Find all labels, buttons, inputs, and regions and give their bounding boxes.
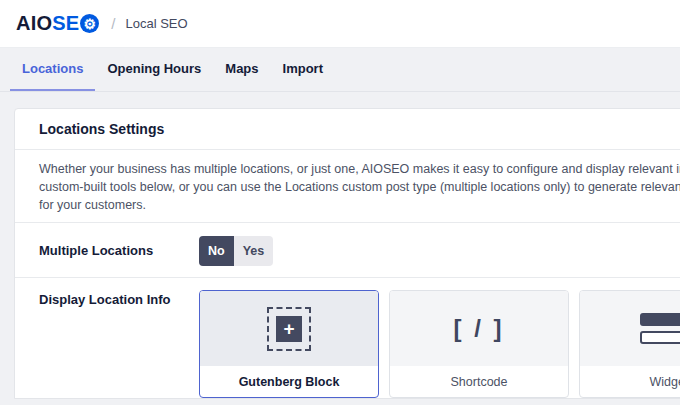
plus-icon: +	[276, 316, 302, 342]
card-icon-area: +	[200, 291, 378, 366]
card-label: Shortcode	[390, 366, 568, 397]
display-option-cards: + Gutenberg Block [ / ] Shortcode	[199, 290, 680, 398]
shortcode-icon: [ / ]	[454, 315, 505, 343]
tab-import[interactable]: Import	[271, 48, 335, 91]
gutenberg-block-icon: +	[267, 307, 311, 351]
tab-opening-hours[interactable]: Opening Hours	[95, 48, 213, 91]
logo-text-se: SE	[52, 12, 79, 35]
breadcrumb: Local SEO	[125, 16, 187, 31]
toggle-yes-button[interactable]: Yes	[234, 236, 274, 266]
description-line: Whether your business has multiple locat…	[39, 160, 680, 178]
card-label: Gutenberg Block	[200, 366, 378, 397]
card-icon-area: [ / ]	[390, 291, 568, 366]
panel-title: Locations Settings	[15, 109, 680, 150]
logo-text-aio: AIO	[16, 12, 52, 35]
aioseo-logo[interactable]: AIOSE⚙	[16, 12, 99, 35]
locations-settings-panel: Locations Settings Whether your business…	[14, 108, 680, 399]
tab-locations[interactable]: Locations	[10, 48, 95, 91]
tab-maps[interactable]: Maps	[213, 48, 270, 91]
widget-icon	[640, 313, 680, 344]
breadcrumb-separator: /	[111, 15, 115, 32]
widget-bar-solid	[640, 313, 680, 326]
multiple-locations-toggle: No Yes	[199, 236, 273, 266]
display-location-info-row: Display Location Info + Gutenberg Block …	[15, 278, 680, 398]
panel-description: Whether your business has multiple locat…	[15, 150, 680, 222]
description-line: for your customers.	[39, 196, 680, 214]
toggle-no-button[interactable]: No	[199, 236, 234, 266]
widget-card[interactable]: Widget	[579, 290, 680, 398]
shortcode-card[interactable]: [ / ] Shortcode	[389, 290, 569, 398]
gutenberg-block-card[interactable]: + Gutenberg Block	[199, 290, 379, 398]
tab-bar: Locations Opening Hours Maps Import	[0, 48, 680, 92]
widget-bar-outline	[640, 331, 680, 344]
display-location-info-label: Display Location Info	[39, 292, 199, 398]
multiple-locations-label: Multiple Locations	[39, 243, 199, 266]
card-label: Widget	[580, 366, 680, 397]
description-line: custom-built tools below, or you can use…	[39, 178, 680, 196]
top-bar: AIOSE⚙ / Local SEO	[0, 0, 680, 48]
card-icon-area	[580, 291, 680, 366]
multiple-locations-row: Multiple Locations No Yes	[15, 223, 680, 277]
gear-icon: ⚙	[80, 14, 99, 33]
